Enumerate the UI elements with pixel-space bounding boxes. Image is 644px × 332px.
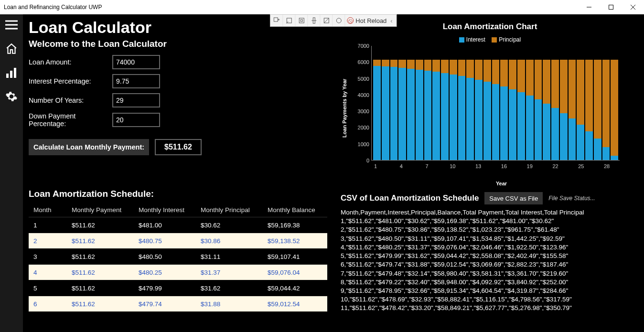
- bar-interest: [424, 71, 432, 160]
- calculate-button[interactable]: Calculate Loan Monthly Payment:: [29, 139, 149, 155]
- bar-interest: [500, 86, 508, 160]
- bar-interest: [450, 75, 457, 160]
- vs-tool-5-icon[interactable]: [320, 15, 333, 26]
- save-csv-button[interactable]: Save CSV as File: [484, 192, 543, 204]
- cell-payment: $511.62: [67, 281, 134, 296]
- svg-rect-7: [6, 74, 9, 78]
- table-row[interactable]: 6 $511.62 $479.74 $31.88 $59,012.54: [29, 296, 327, 312]
- table-row[interactable]: 3 $511.62 $480.50 $31.11 $59,107.41: [29, 249, 327, 265]
- table-row[interactable]: 4 $511.62 $480.25 $31.37 $59,076.04: [29, 265, 327, 280]
- ytick: 4000: [348, 92, 369, 98]
- bar-interest: [416, 70, 423, 160]
- cell-interest: $481.00: [134, 218, 196, 233]
- bar-principal: [416, 60, 423, 70]
- bar-interest: [466, 78, 474, 160]
- chart-plot: [371, 46, 620, 161]
- bar-interest: [390, 67, 398, 160]
- vs-tool-3-icon[interactable]: [295, 15, 308, 26]
- bar-year: [569, 46, 576, 160]
- cell-month: 4: [29, 265, 67, 280]
- cell-balance: $59,076.04: [263, 265, 327, 280]
- bar-principal: [577, 60, 584, 125]
- cell-balance: $59,107.41: [263, 249, 327, 264]
- bar-interest: [475, 80, 483, 160]
- bar-principal: [373, 60, 381, 66]
- col-payment: Monthly Payment: [67, 203, 134, 217]
- bar-year: [416, 46, 423, 160]
- xtick: 4: [397, 163, 406, 169]
- svg-rect-9: [14, 68, 16, 78]
- table-row[interactable]: 5 $511.62 $479.99 $31.62 $59,044.42: [29, 280, 327, 296]
- ytick: 3000: [348, 108, 369, 114]
- schedule-title: Loan Amortization Schedule:: [29, 189, 335, 199]
- bar-year: [560, 46, 568, 160]
- bar-interest: [441, 73, 449, 160]
- bar-interest: [535, 99, 542, 160]
- vs-tool-6-icon[interactable]: [333, 15, 345, 26]
- bar-interest: [560, 113, 568, 160]
- bar-year: [585, 46, 593, 160]
- years-input[interactable]: [112, 93, 160, 107]
- bar-principal: [526, 60, 534, 96]
- bar-year: [492, 46, 500, 160]
- vs-tool-4-icon[interactable]: [308, 15, 320, 26]
- cell-month: 3: [29, 249, 67, 264]
- svg-rect-8: [10, 71, 12, 78]
- home-icon[interactable]: [4, 41, 19, 56]
- cell-balance: $59,012.54: [263, 297, 327, 311]
- bar-interest: [611, 156, 618, 160]
- hamburger-icon[interactable]: [4, 17, 19, 32]
- bar-interest: [509, 89, 516, 160]
- cell-payment: $511.62: [67, 297, 134, 311]
- chart-area: 01000200030004000500060007000 1471013161…: [348, 46, 621, 170]
- bar-chart-icon[interactable]: [4, 65, 19, 80]
- loan-amount-input[interactable]: [112, 55, 160, 69]
- cell-month: 1: [29, 218, 67, 233]
- bar-year: [483, 46, 491, 160]
- svg-rect-16: [301, 20, 302, 21]
- sidebar: [0, 14, 23, 332]
- col-principal: Monthly Principal: [196, 203, 263, 217]
- vs-tool-1-icon[interactable]: [270, 15, 283, 26]
- bar-interest: [407, 69, 415, 160]
- legend-principal-label: Principal: [499, 36, 521, 43]
- table-row[interactable]: 1 $511.62 $481.00 $30.62 $59,169.38: [29, 217, 327, 233]
- bar-year: [594, 46, 601, 160]
- cell-balance: $59,169.38: [263, 218, 327, 233]
- legend-interest-label: Interest: [466, 36, 485, 43]
- svg-rect-1: [609, 5, 613, 10]
- bar-principal: [441, 60, 449, 74]
- bar-year: [577, 46, 584, 160]
- vs-tool-2-icon[interactable]: [283, 15, 295, 26]
- bar-year: [551, 46, 559, 160]
- loan-amount-label: Loan Amount:: [29, 58, 112, 66]
- gear-icon[interactable]: [4, 89, 19, 104]
- bar-principal: [611, 60, 618, 156]
- maximize-button[interactable]: [600, 0, 622, 14]
- bar-interest: [577, 125, 584, 160]
- file-save-status: File Save Status...: [548, 195, 595, 202]
- cell-payment: $511.62: [67, 218, 134, 233]
- svg-rect-15: [299, 18, 304, 23]
- bar-principal: [492, 60, 500, 84]
- vs-debug-toolbar: ⦸ Hot Reload ‹: [270, 14, 397, 27]
- bar-interest: [602, 147, 610, 160]
- interest-input[interactable]: [112, 74, 160, 88]
- no-entry-icon: ⦸: [347, 17, 354, 24]
- hot-reload-button[interactable]: ⦸ Hot Reload ‹: [345, 15, 396, 26]
- bar-interest: [569, 118, 576, 160]
- bar-year: [543, 46, 550, 160]
- bar-year: [466, 46, 474, 160]
- minimize-button[interactable]: [578, 0, 600, 14]
- chart-ylabel: Loan Payments by Year: [341, 46, 348, 170]
- bar-interest: [585, 131, 593, 160]
- table-row[interactable]: 2 $511.62 $480.75 $30.86 $59,138.52: [29, 233, 327, 249]
- close-button[interactable]: [622, 0, 644, 14]
- svg-rect-10: [274, 18, 278, 21]
- bar-principal: [500, 60, 508, 87]
- cell-balance: $59,044.42: [263, 281, 327, 296]
- xtick: 22: [551, 163, 560, 169]
- bar-principal: [543, 60, 550, 104]
- down-payment-input[interactable]: [112, 113, 160, 127]
- ytick: 6000: [348, 59, 369, 65]
